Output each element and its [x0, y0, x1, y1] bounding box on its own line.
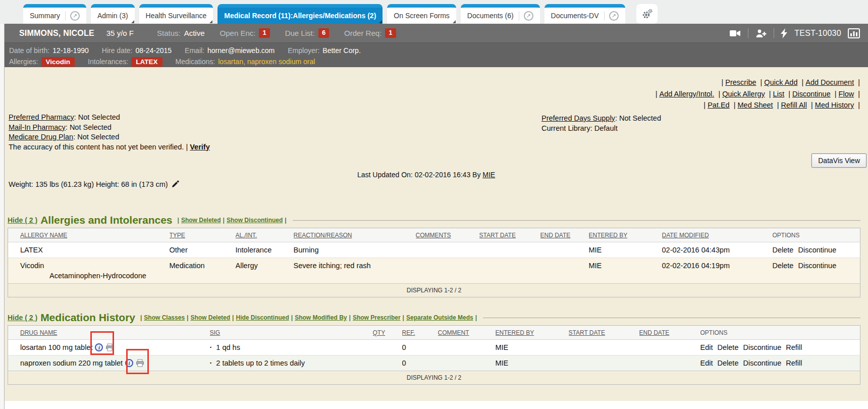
edit-pencil-icon[interactable] [171, 180, 179, 188]
patient-name: SIMMONS, NICOLE [19, 29, 94, 38]
tab-health-surveillance[interactable]: Health Surveillance [139, 4, 213, 24]
col-start-date[interactable]: START DATE [569, 326, 639, 340]
medication-entered-by: MIE [496, 340, 569, 355]
allergy-start [479, 242, 540, 258]
tab-summary-label: Summary [30, 12, 60, 20]
colon: : [590, 124, 592, 132]
delete-link[interactable]: Delete [718, 359, 739, 367]
col-comments[interactable]: COMMENTS [416, 228, 479, 242]
col-sig[interactable]: SIG [210, 326, 373, 340]
show-classes-link[interactable]: Show Classes [144, 314, 185, 321]
intolerance-badge-latex[interactable]: LATEX [131, 57, 162, 67]
col-date-modified[interactable]: DATE MODIFIED [662, 228, 773, 242]
list-link[interactable]: List [773, 90, 785, 98]
edit-link[interactable]: Edit [700, 359, 713, 367]
col-type[interactable]: TYPE [170, 228, 236, 242]
col-ref[interactable]: REF. [402, 326, 438, 340]
due-list-count-badge[interactable]: 6 [318, 28, 329, 37]
hide-discontinued-link[interactable]: Hide Discontinued [236, 314, 289, 321]
datavis-view-button[interactable]: DataVis View [811, 154, 866, 168]
video-call-icon[interactable] [729, 28, 741, 38]
col-qty[interactable]: QTY [373, 326, 402, 340]
discontinue-link[interactable]: Discontinue [743, 343, 781, 351]
verify-link[interactable]: Verify [190, 143, 210, 151]
tab-summary[interactable]: Summary ↗ [23, 4, 86, 24]
col-al-int[interactable]: AL./INT. [236, 228, 294, 242]
show-prescriber-link[interactable]: Show Prescriber [353, 314, 401, 321]
days-supply-link[interactable]: Preferred Days Supply [541, 114, 615, 122]
tab-settings-button[interactable] [636, 4, 658, 24]
show-deleted-link[interactable]: Show Deleted [181, 217, 221, 224]
refill-link[interactable]: Refill [786, 359, 802, 367]
tab-admin[interactable]: Admin (3) [91, 4, 135, 24]
col-end-date[interactable]: END DATE [639, 326, 700, 340]
current-library-label: Current Library [541, 124, 590, 132]
allergy-row-vicodin: Vicodin Acetaminophen-Hydrocodone Medica… [8, 258, 860, 284]
show-modified-by-link[interactable]: Show Modified By [295, 314, 347, 321]
prescribe-link[interactable]: Prescribe [725, 78, 756, 86]
medications-hide-link[interactable]: Hide ( 2 ) [8, 314, 37, 322]
preferred-pharmacy-link[interactable]: Preferred Pharmacy [9, 113, 74, 121]
last-updated-by-link[interactable]: MIE [482, 171, 495, 179]
add-allergy-intol-link[interactable]: Add Allergy/Intol. [660, 90, 715, 98]
add-person-icon[interactable] [755, 28, 767, 38]
discontinue-link[interactable]: Discontinue [798, 246, 836, 254]
quick-add-link[interactable]: Quick Add [764, 78, 797, 86]
discontinue-link[interactable]: Discontinue [798, 262, 836, 270]
allergy-badge-vicodin[interactable]: Vicodin [41, 57, 75, 67]
refill-link[interactable]: Refill [786, 343, 802, 351]
separator: | [761, 78, 763, 86]
separator: | [291, 314, 293, 321]
delete-link[interactable]: Delete [773, 246, 794, 254]
chart-tab-bar: Summary ↗ Admin (3) Health Surveillance … [0, 0, 868, 24]
allergy-type: Other [170, 242, 236, 258]
tab-medical-record[interactable]: Medical Record (11):Allergies/Medication… [218, 4, 383, 24]
med-sheet-link[interactable]: Med Sheet [737, 101, 773, 109]
quick-allergy-link[interactable]: Quick Allergy [722, 90, 765, 98]
separator: | [186, 143, 188, 151]
accuracy-text: The accuracy of this content has not yet… [9, 143, 184, 151]
tab-documents-dv[interactable]: Documents-DV ↗ [545, 4, 625, 24]
show-deleted-link[interactable]: Show Deleted [190, 314, 230, 321]
allergy-end [540, 242, 589, 258]
show-discontinued-link[interactable]: Show Discontinued [227, 217, 283, 224]
tab-documents-popout[interactable]: ↗ [519, 11, 533, 21]
pat-ed-link[interactable]: Pat.Ed [708, 101, 730, 109]
discontinue-link[interactable]: Discontinue [743, 359, 781, 367]
med-history-link[interactable]: Med History [815, 101, 854, 109]
col-end-date[interactable]: END DATE [540, 228, 589, 242]
tab-documents-dv-popout[interactable]: ↗ [604, 11, 619, 21]
separate-outside-meds-link[interactable]: Separate Outside Meds [406, 314, 473, 321]
medicare-plan-link[interactable]: Medicare Drug Plan [9, 133, 73, 141]
col-comment[interactable]: COMMENT [438, 326, 496, 340]
tab-on-screen-forms[interactable]: On Screen Forms [387, 4, 456, 24]
tab-on-screen-forms-label: On Screen Forms [394, 12, 449, 20]
delete-link[interactable]: Delete [718, 343, 739, 351]
add-document-link[interactable]: Add Document [805, 78, 854, 86]
medications-list[interactable]: losartan, naproxen sodium oral [218, 58, 315, 66]
vitals-line: Weight: 135 lbs (61.23 kg) Height: 68 in… [9, 180, 179, 188]
col-entered-by[interactable]: ENTERED BY [496, 326, 569, 340]
quick-action-bolt-icon[interactable] [781, 28, 788, 38]
tab-documents[interactable]: Documents (6) ↗ [461, 4, 540, 24]
tab-summary-popout[interactable]: ↗ [65, 11, 80, 21]
allergy-end [540, 258, 589, 284]
medication-ref: 0 [402, 355, 438, 371]
allergies-hide-link[interactable]: Hide ( 2 ) [8, 216, 37, 224]
open-enc-count-badge[interactable]: 1 [259, 28, 269, 37]
col-allergy-name[interactable]: ALLERGY NAME [8, 228, 170, 242]
col-entered-by[interactable]: ENTERED BY [589, 228, 662, 242]
action-links-row-1: |Prescribe |Quick Add |Add Document | [654, 77, 862, 88]
edit-link[interactable]: Edit [700, 343, 713, 351]
col-reaction[interactable]: REACTION/REASON [294, 228, 416, 242]
mailin-pharmacy-link[interactable]: Mail-In Pharmacy [9, 123, 66, 131]
refill-all-link[interactable]: Refill All [781, 101, 807, 109]
order-req-count-badge[interactable]: 1 [385, 28, 396, 37]
allergy-name: LATEX [8, 242, 170, 258]
delete-link[interactable]: Delete [773, 262, 794, 270]
external-link-icon: ↗ [70, 11, 80, 21]
col-start-date[interactable]: START DATE [479, 228, 540, 242]
flow-link[interactable]: Flow [839, 90, 854, 98]
discontinue-link[interactable]: Discontinue [792, 90, 831, 98]
bar-chart-icon[interactable] [848, 28, 860, 38]
